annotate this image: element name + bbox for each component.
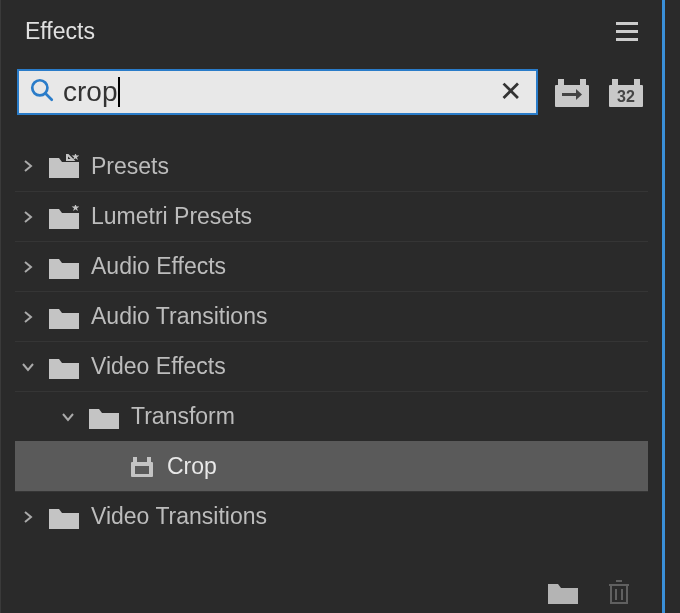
svg-marker-19 <box>89 409 119 429</box>
animated-presets-icon[interactable] <box>552 74 592 110</box>
folder-icon <box>49 355 79 379</box>
svg-marker-18 <box>49 359 79 379</box>
svg-marker-25 <box>548 584 578 604</box>
tree-item-label: Audio Effects <box>91 253 226 280</box>
chevron-right-icon[interactable] <box>19 208 37 226</box>
folder-icon <box>49 255 79 279</box>
search-icon <box>29 77 55 107</box>
tree-item-lumetri-presets[interactable]: ★ Lumetri Presets <box>15 191 648 241</box>
preset-folder-icon: ★ <box>49 205 79 229</box>
svg-rect-3 <box>558 79 564 85</box>
panel-header: Effects <box>1 0 662 63</box>
svg-marker-17 <box>49 309 79 329</box>
tree-item-label: Lumetri Presets <box>91 203 252 230</box>
panel-footer <box>548 579 634 605</box>
chevron-right-icon[interactable] <box>19 308 37 326</box>
tree-item-presets[interactable]: ★ Presets <box>15 141 648 191</box>
svg-rect-26 <box>611 585 627 603</box>
effects-panel: Effects crop ✕ <box>0 0 665 613</box>
svg-rect-23 <box>135 466 149 474</box>
chevron-right-icon[interactable] <box>19 508 37 526</box>
search-input-value[interactable]: crop <box>55 76 495 108</box>
text-cursor <box>118 77 120 107</box>
search-row: crop ✕ 32 <box>1 63 662 125</box>
svg-rect-4 <box>580 79 586 85</box>
panel-title: Effects <box>25 18 95 45</box>
tree-item-audio-effects[interactable]: Audio Effects <box>15 241 648 291</box>
tree-item-label: Presets <box>91 153 169 180</box>
svg-rect-5 <box>562 93 576 96</box>
folder-icon <box>89 405 119 429</box>
tree-item-audio-transitions[interactable]: Audio Transitions <box>15 291 648 341</box>
tree-item-label: Transform <box>131 403 235 430</box>
svg-marker-24 <box>49 509 79 529</box>
tree-item-crop[interactable]: Crop <box>15 441 648 491</box>
new-bin-icon[interactable] <box>548 579 578 605</box>
tree-item-transform[interactable]: Transform <box>15 391 648 441</box>
svg-text:★: ★ <box>71 205 79 213</box>
chevron-down-icon[interactable] <box>19 358 37 376</box>
svg-text:★: ★ <box>71 154 79 162</box>
svg-rect-9 <box>634 79 640 85</box>
tree-item-label: Video Transitions <box>91 503 267 530</box>
svg-line-1 <box>45 93 52 100</box>
chevron-right-icon[interactable] <box>19 258 37 276</box>
tree-item-label: Audio Transitions <box>91 303 267 330</box>
tree-item-video-transitions[interactable]: Video Transitions <box>15 491 648 541</box>
chevron-right-icon[interactable] <box>19 157 37 175</box>
tree-item-label: Video Effects <box>91 353 226 380</box>
preset-folder-icon: ★ <box>49 154 79 178</box>
trash-icon <box>604 579 634 605</box>
effect-icon <box>129 455 155 479</box>
svg-rect-22 <box>147 457 151 462</box>
32bit-icon[interactable]: 32 <box>606 74 646 110</box>
tree-item-video-effects[interactable]: Video Effects <box>15 341 648 391</box>
tree-item-label: Crop <box>167 453 217 480</box>
svg-rect-8 <box>612 79 618 85</box>
svg-text:32: 32 <box>617 88 635 105</box>
folder-icon <box>49 505 79 529</box>
search-input[interactable]: crop ✕ <box>17 69 538 115</box>
svg-rect-21 <box>133 457 137 462</box>
menu-icon[interactable] <box>612 18 642 45</box>
folder-icon <box>49 305 79 329</box>
clear-search-icon[interactable]: ✕ <box>495 78 526 106</box>
chevron-down-icon[interactable] <box>59 408 77 426</box>
svg-marker-16 <box>49 259 79 279</box>
effects-tree: ★ Presets ★ Lumetri Presets Audio Effect… <box>1 125 662 541</box>
